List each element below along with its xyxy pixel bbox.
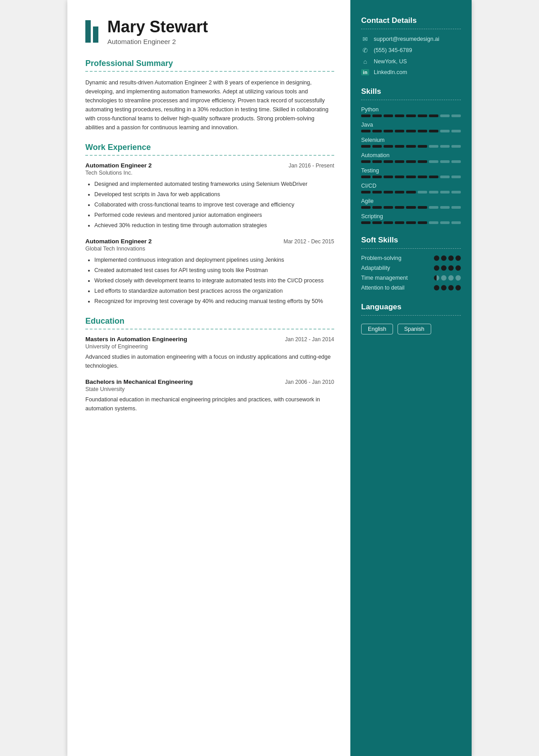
skills-title: Skills <box>361 87 461 96</box>
soft-skill-adaptability: Adaptability <box>361 265 461 271</box>
contact-phone-text: (555) 345-6789 <box>374 47 412 53</box>
contact-title: Contact Details <box>361 16 461 25</box>
soft-skill-adaptability-dots <box>434 265 461 271</box>
edu-1-school: University of Engineering <box>85 343 334 350</box>
job-2-company: Global Tech Innovations <box>85 246 334 252</box>
skill-python-name: Python <box>361 106 461 113</box>
soft-skill-problem-solving-name: Problem-solving <box>361 255 402 261</box>
header: Mary Stewart Automation Engineer 2 <box>85 18 334 45</box>
contact-divider <box>361 29 461 29</box>
skill-agile-name: Agile <box>361 198 461 204</box>
skill-selenium-bar <box>361 145 461 148</box>
skill-automation-name: Automation <box>361 152 461 158</box>
skill-automation-bar <box>361 160 461 163</box>
soft-skills-divider <box>361 248 461 249</box>
skill-selenium: Selenium <box>361 137 461 148</box>
education-divider <box>85 329 334 330</box>
edu-1-header: Masters in Automation Engineering Jan 20… <box>85 336 334 343</box>
soft-skill-problem-solving: Problem-solving <box>361 255 461 261</box>
skill-python-bar <box>361 114 461 117</box>
education-title: Education <box>85 316 334 326</box>
edu-1-date: Jan 2012 - Jan 2014 <box>285 336 334 343</box>
phone-icon: ✆ <box>361 47 369 54</box>
soft-skill-time-mgmt: Time management <box>361 275 461 281</box>
job-2-title: Automation Engineer 2 <box>85 238 152 245</box>
skill-java: Java <box>361 122 461 132</box>
skill-cicd-bar <box>361 191 461 193</box>
logo <box>85 20 98 43</box>
contact-linkedin-text: LinkedIn.com <box>374 69 407 75</box>
summary-divider <box>85 71 334 72</box>
skill-python: Python <box>361 106 461 117</box>
skill-testing: Testing <box>361 167 461 178</box>
email-icon: ✉ <box>361 35 369 43</box>
job-2-bullet-3: Worked closely with development teams to… <box>94 276 334 285</box>
skill-automation: Automation <box>361 152 461 163</box>
edu-1: Masters in Automation Engineering Jan 20… <box>85 336 334 370</box>
job-2-date: Mar 2012 - Dec 2015 <box>283 238 334 245</box>
skill-cicd: CI/CD <box>361 183 461 193</box>
contact-email-text: support@resumedesign.ai <box>374 36 439 42</box>
skill-agile-bar <box>361 206 461 209</box>
edu-1-desc: Advanced studies in automation engineeri… <box>85 352 334 370</box>
edu-2-school: State University <box>85 386 334 392</box>
location-icon: ⌂ <box>361 58 369 65</box>
job-1-date: Jan 2016 - Present <box>289 163 334 169</box>
skill-testing-bar <box>361 176 461 178</box>
soft-skill-time-mgmt-dots <box>434 275 461 281</box>
soft-skill-time-mgmt-name: Time management <box>361 275 408 281</box>
skill-scripting-bar <box>361 221 461 224</box>
job-2: Automation Engineer 2 Mar 2012 - Dec 201… <box>85 238 334 306</box>
skill-cicd-name: CI/CD <box>361 183 461 189</box>
job-1-bullet-5: Achieved 30% reduction in testing time t… <box>94 221 334 230</box>
work-experience-section: Work Experience Automation Engineer 2 Ja… <box>85 143 334 306</box>
contact-location: ⌂ NewYork, US <box>361 58 461 65</box>
skills-divider <box>361 100 461 100</box>
logo-bar-1 <box>85 20 91 43</box>
languages-title: Languages <box>361 303 461 312</box>
skill-java-bar <box>361 130 461 132</box>
summary-section: Professional Summary Dynamic and results… <box>85 59 334 132</box>
job-1: Automation Engineer 2 Jan 2016 - Present… <box>85 162 334 230</box>
left-column: Mary Stewart Automation Engineer 2 Profe… <box>67 0 350 756</box>
job-2-bullet-1: Implemented continuous integration and d… <box>94 255 334 264</box>
skill-selenium-name: Selenium <box>361 137 461 143</box>
work-experience-divider <box>85 155 334 156</box>
header-text: Mary Stewart Automation Engineer 2 <box>107 18 208 45</box>
soft-skills-title: Soft Skills <box>361 236 461 245</box>
job-1-company: Tech Solutions Inc. <box>85 170 334 176</box>
work-experience-title: Work Experience <box>85 143 334 152</box>
education-section: Education Masters in Automation Engineer… <box>85 316 334 413</box>
linkedin-icon: in <box>361 69 369 75</box>
job-1-bullet-3: Collaborated with cross-functional teams… <box>94 200 334 209</box>
skill-scripting: Scripting <box>361 213 461 224</box>
edu-1-degree: Masters in Automation Engineering <box>85 336 187 343</box>
language-spanish: Spanish <box>398 324 431 334</box>
contact-linkedin: in LinkedIn.com <box>361 69 461 75</box>
skill-java-name: Java <box>361 122 461 128</box>
candidate-name: Mary Stewart <box>107 18 208 36</box>
skill-testing-name: Testing <box>361 167 461 174</box>
job-1-bullet-2: Developed test scripts in Java for web a… <box>94 190 334 199</box>
contact-location-text: NewYork, US <box>374 58 407 65</box>
skills-section: Skills Python Java Selenium <box>361 87 461 224</box>
soft-skill-adaptability-name: Adaptability <box>361 265 390 271</box>
job-1-bullets: Designed and implemented automated testi… <box>85 180 334 230</box>
contact-phone: ✆ (555) 345-6789 <box>361 47 461 54</box>
languages-divider <box>361 315 461 316</box>
language-english: English <box>361 324 393 334</box>
soft-skill-attention-name: Attention to detail <box>361 285 405 291</box>
edu-2-desc: Foundational education in mechanical eng… <box>85 395 334 413</box>
logo-bar-2 <box>93 26 98 43</box>
job-2-bullet-5: Recognized for improving test coverage b… <box>94 297 334 306</box>
contact-email: ✉ support@resumedesign.ai <box>361 35 461 43</box>
job-2-bullet-4: Led efforts to standardize automation be… <box>94 286 334 295</box>
soft-skill-attention-dots <box>434 285 461 290</box>
job-2-header: Automation Engineer 2 Mar 2012 - Dec 201… <box>85 238 334 245</box>
languages-section: Languages English Spanish <box>361 303 461 334</box>
job-1-title: Automation Engineer 2 <box>85 162 152 169</box>
resume-container: Mary Stewart Automation Engineer 2 Profe… <box>67 0 472 756</box>
candidate-title: Automation Engineer 2 <box>107 38 208 45</box>
job-1-bullet-1: Designed and implemented automated testi… <box>94 180 334 189</box>
edu-2-degree: Bachelors in Mechanical Engineering <box>85 378 193 385</box>
